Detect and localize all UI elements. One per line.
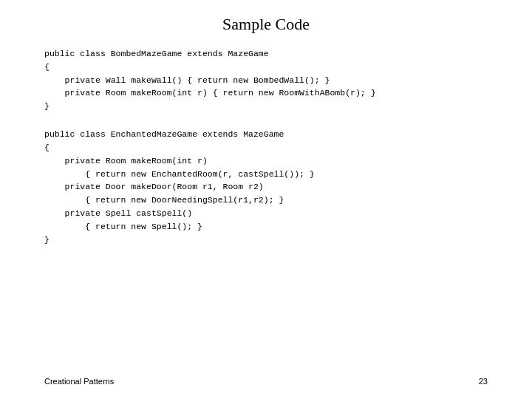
page-title: Sample Code: [44, 15, 488, 34]
code-block-2: public class EnchantedMazeGame extends M…: [44, 128, 488, 246]
footer-right: 23: [479, 377, 488, 386]
footer-left: Creational Patterns: [44, 377, 114, 386]
footer: Creational Patterns 23: [44, 377, 488, 386]
code-block-1: public class BombedMazeGame extends Maze…: [44, 47, 488, 113]
page: Sample Code public class BombedMazeGame …: [0, 0, 532, 399]
